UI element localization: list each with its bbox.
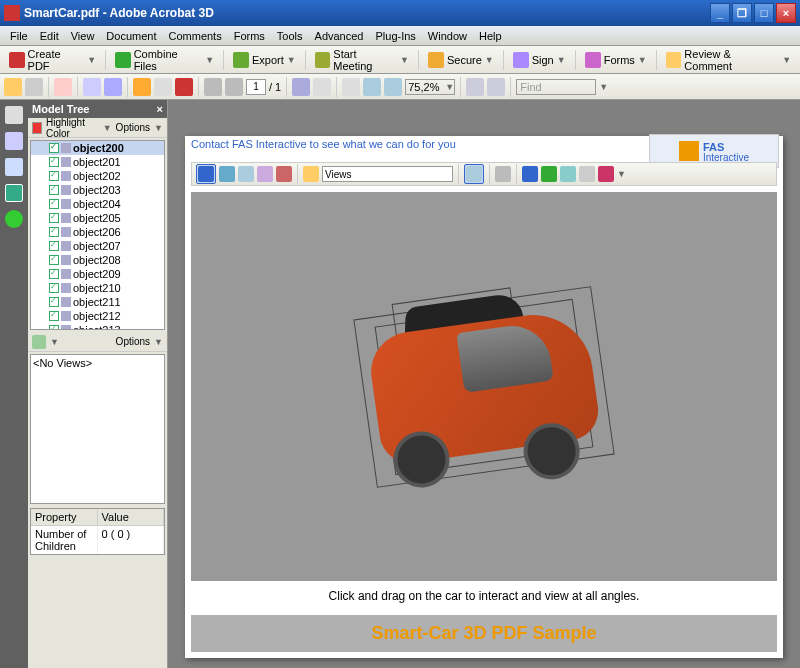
checkbox-icon[interactable] <box>49 269 59 279</box>
create-pdf-button[interactable]: Create PDF▼ <box>4 45 101 75</box>
zoom-in-icon[interactable] <box>384 78 402 96</box>
checkbox-icon[interactable] <box>49 199 59 209</box>
hand-icon[interactable] <box>313 78 331 96</box>
record-icon[interactable] <box>175 78 193 96</box>
model-tree-panel-icon[interactable] <box>5 184 23 202</box>
select-icon[interactable] <box>292 78 310 96</box>
fit-width-icon[interactable] <box>466 78 484 96</box>
checkbox-icon[interactable] <box>49 227 59 237</box>
tree-item[interactable]: object209 <box>31 267 164 281</box>
highlight-color-swatch[interactable] <box>32 122 42 134</box>
menu-edit[interactable]: Edit <box>34 28 65 44</box>
zoom-3d-icon[interactable] <box>257 166 273 182</box>
measure-icon[interactable] <box>598 166 614 182</box>
part-options-icon[interactable] <box>466 166 482 182</box>
checkbox-icon[interactable] <box>49 311 59 321</box>
tree-item[interactable]: object206 <box>31 225 164 239</box>
play-icon[interactable] <box>495 166 511 182</box>
checkbox-icon[interactable] <box>49 325 59 330</box>
options-label[interactable]: Options <box>116 122 150 133</box>
combine-files-button[interactable]: Combine Files▼ <box>110 45 219 75</box>
checkbox-icon[interactable] <box>49 143 59 153</box>
search-icon[interactable] <box>104 78 122 96</box>
model-render-icon[interactable] <box>522 166 538 182</box>
close-button[interactable]: × <box>776 3 796 23</box>
tree-item[interactable]: object210 <box>31 281 164 295</box>
email-icon[interactable] <box>54 78 72 96</box>
tree-item[interactable]: object211 <box>31 295 164 309</box>
menu-window[interactable]: Window <box>422 28 473 44</box>
menu-document[interactable]: Document <box>100 28 162 44</box>
restore-button[interactable]: ❐ <box>732 3 752 23</box>
checkbox-icon[interactable] <box>49 297 59 307</box>
prev-page-icon[interactable] <box>204 78 222 96</box>
views-dropdown[interactable] <box>322 166 453 182</box>
tree-item[interactable]: object201 <box>31 155 164 169</box>
object-tree-list[interactable]: object200object201object202object203obje… <box>30 140 165 330</box>
pages-panel-icon[interactable] <box>5 106 23 124</box>
secure-button[interactable]: Secure▼ <box>423 49 499 71</box>
checkbox-icon[interactable] <box>49 171 59 181</box>
tree-item[interactable]: object207 <box>31 239 164 253</box>
forms-button[interactable]: Forms▼ <box>580 49 652 71</box>
checkbox-icon[interactable] <box>49 185 59 195</box>
contact-link[interactable]: Contact FAS Interactive to see what we c… <box>191 138 456 154</box>
tree-item[interactable]: object202 <box>31 169 164 183</box>
checkbox-icon[interactable] <box>49 255 59 265</box>
tree-item[interactable]: object200 <box>31 141 164 155</box>
tree-item[interactable]: object208 <box>31 253 164 267</box>
pan-icon[interactable] <box>238 166 254 182</box>
open-icon[interactable] <box>4 78 22 96</box>
menu-advanced[interactable]: Advanced <box>309 28 370 44</box>
signatures-panel-icon[interactable] <box>5 158 23 176</box>
rotate-icon[interactable] <box>198 166 214 182</box>
sign-button[interactable]: Sign▼ <box>508 49 571 71</box>
export-button[interactable]: Export▼ <box>228 49 301 71</box>
menu-comments[interactable]: Comments <box>163 28 228 44</box>
print-icon[interactable] <box>25 78 43 96</box>
car-model[interactable] <box>342 274 626 498</box>
cross-section-icon[interactable] <box>579 166 595 182</box>
3d-canvas[interactable] <box>191 192 777 581</box>
capture-icon[interactable] <box>83 78 101 96</box>
page-icon[interactable] <box>154 78 172 96</box>
bookmarks-panel-icon[interactable] <box>5 132 23 150</box>
checkbox-icon[interactable] <box>49 213 59 223</box>
review-comment-button[interactable]: Review & Comment▼ <box>661 45 796 75</box>
tree-item[interactable]: object204 <box>31 197 164 211</box>
tree-item[interactable]: object213 <box>31 323 164 330</box>
maximize-button[interactable]: □ <box>754 3 774 23</box>
page-number-input[interactable] <box>246 79 266 95</box>
menu-help[interactable]: Help <box>473 28 508 44</box>
checkbox-icon[interactable] <box>49 157 59 167</box>
next-page-icon[interactable] <box>225 78 243 96</box>
marquee-zoom-icon[interactable] <box>342 78 360 96</box>
spin-icon[interactable] <box>219 166 235 182</box>
menu-view[interactable]: View <box>65 28 101 44</box>
checkbox-icon[interactable] <box>49 241 59 251</box>
sun-icon[interactable] <box>133 78 151 96</box>
document-area[interactable]: Contact FAS Interactive to see what we c… <box>168 100 800 668</box>
minimize-button[interactable]: _ <box>710 3 730 23</box>
zoom-level-input[interactable]: 75,2%▼ <box>405 79 455 95</box>
fit-page-icon[interactable] <box>487 78 505 96</box>
menu-forms[interactable]: Forms <box>228 28 271 44</box>
tree-item[interactable]: object205 <box>31 211 164 225</box>
menu-tools[interactable]: Tools <box>271 28 309 44</box>
views-icon[interactable] <box>32 335 46 349</box>
views-list[interactable]: <No Views> <box>30 354 165 504</box>
zoom-out-icon[interactable] <box>363 78 381 96</box>
help-icon[interactable] <box>5 210 23 228</box>
close-panel-icon[interactable]: × <box>157 103 163 115</box>
lighting-icon[interactable] <box>541 166 557 182</box>
find-input[interactable]: Find <box>516 79 596 95</box>
walk-icon[interactable] <box>276 166 292 182</box>
background-icon[interactable] <box>560 166 576 182</box>
checkbox-icon[interactable] <box>49 283 59 293</box>
home-icon[interactable] <box>303 166 319 182</box>
menu-plugins[interactable]: Plug-Ins <box>369 28 421 44</box>
start-meeting-button[interactable]: Start Meeting▼ <box>310 45 414 75</box>
tree-item[interactable]: object212 <box>31 309 164 323</box>
views-options-label[interactable]: Options <box>116 336 150 347</box>
tree-item[interactable]: object203 <box>31 183 164 197</box>
